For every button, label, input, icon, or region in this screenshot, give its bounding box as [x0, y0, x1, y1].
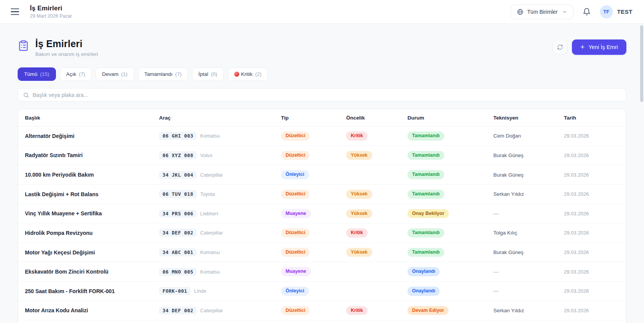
- work-order-row[interactable]: Vinç Yıllık Muayene + Sertifika34 PRS 00…: [18, 204, 626, 223]
- refresh-button[interactable]: [553, 40, 567, 54]
- order-technician: Serkan Yıldız: [490, 184, 561, 204]
- globe-icon: [517, 8, 524, 15]
- work-order-row[interactable]: 250 Saat Bakım - Forklift FORK-001FORK-0…: [18, 282, 626, 301]
- user-menu[interactable]: TF TEST: [600, 5, 632, 18]
- scrollbar-thumb[interactable]: [640, 25, 643, 102]
- search-input[interactable]: [33, 92, 621, 98]
- page-subtitle: Bakım ve onarım iş emirleri: [35, 51, 98, 57]
- vehicle-brand: Komatsu: [200, 249, 220, 255]
- filter-chip-label: Devam: [102, 71, 118, 77]
- topbar-title: İş Emirleri: [30, 5, 72, 12]
- column-header-arac: Araç: [156, 109, 278, 126]
- filter-chips: Tümü(15)Açık(7)Devam(1)Tamamlandı(7)İpta…: [18, 67, 626, 81]
- work-order-row[interactable]: Motor Yağı Keçesi Değişimi34 ABC 001Koma…: [18, 243, 626, 262]
- order-type-cell: Önleyici: [278, 282, 343, 301]
- filter-chip-label: Tamamlandı: [145, 71, 173, 77]
- filter-chip-count: (7): [175, 71, 182, 77]
- type-badge: Düzeltici: [281, 306, 310, 315]
- order-status-cell: Tamamlandı: [404, 165, 490, 185]
- order-status-cell: Devam Ediyor: [404, 301, 490, 320]
- vehicle-brand: Caterpillar: [200, 230, 223, 236]
- column-header-tip: Tip: [278, 109, 343, 126]
- order-title: Motor Yağı Keçesi Değişimi: [18, 243, 156, 262]
- order-vehicle-cell: 06 TUV 018Toyota: [156, 184, 278, 204]
- status-badge: Tamamlandı: [407, 170, 444, 179]
- work-order-row[interactable]: Hidrolik Pompa Revizyonu34 DEF 002Caterp…: [18, 223, 626, 243]
- order-vehicle-cell: 06 GHI 003Komatsu: [156, 126, 278, 146]
- column-header-oncelik: Öncelik: [343, 109, 404, 126]
- filter-chip-tumu[interactable]: Tümü(15): [18, 67, 56, 81]
- vehicle-plate-badge: FORK-001: [159, 287, 191, 295]
- order-priority-cell: [343, 282, 404, 301]
- vehicle-brand: Komatsu: [200, 269, 220, 275]
- order-status-cell: Onaylandı: [404, 262, 490, 282]
- order-priority-cell: Kritik: [343, 126, 404, 146]
- priority-badge: Yüksek: [346, 151, 372, 160]
- order-title: 250 Saat Bakım - Forklift FORK-001: [18, 282, 156, 301]
- chevron-down-icon: [562, 9, 567, 15]
- work-order-row[interactable]: Alternatör Değişimi06 GHI 003KomatsuDüze…: [18, 126, 626, 146]
- order-status-cell: Onay Bekliyor: [404, 204, 490, 223]
- filter-chip-acik[interactable]: Açık(7): [60, 67, 92, 81]
- column-header-teknisyen: Teknisyen: [490, 109, 561, 126]
- work-order-row[interactable]: Motor Arıza Kodu Analizi34 DEF 002Caterp…: [18, 301, 626, 320]
- order-priority-cell: Yüksek: [343, 184, 404, 204]
- order-priority-cell: Yüksek: [343, 243, 404, 262]
- menu-hamburger-icon[interactable]: [11, 7, 20, 17]
- work-orders-tbody: Alternatör Değişimi06 GHI 003KomatsuDüze…: [18, 126, 626, 323]
- vehicle-brand: Liebherr: [200, 211, 219, 216]
- filter-chip-count: (7): [79, 71, 85, 77]
- filter-chip-devam[interactable]: Devam(1): [95, 67, 134, 81]
- type-badge: Önleyici: [281, 170, 309, 179]
- order-type-cell: Düzeltici: [278, 184, 343, 204]
- order-date: 29.03.2026: [561, 165, 626, 185]
- unit-selector-dropdown[interactable]: Tüm Birimler: [511, 5, 573, 19]
- status-badge: Tamamlandı: [407, 190, 444, 199]
- order-title: Motor Arıza Kodu Analizi: [18, 301, 156, 320]
- work-order-row[interactable]: 10.000 km Periyodik Bakım34 JKL 004Cater…: [18, 165, 626, 185]
- order-technician: —: [490, 282, 561, 301]
- order-priority-cell: Kritik: [343, 301, 404, 320]
- order-type-cell: Düzeltici: [278, 243, 343, 262]
- filter-chip-kritik[interactable]: Kritik(2): [228, 67, 268, 81]
- order-type-cell: Düzeltici: [278, 301, 343, 320]
- order-technician: Tolga Kılıç: [490, 223, 561, 243]
- notifications-bell-icon[interactable]: [583, 8, 591, 16]
- order-type-cell: Muayene: [278, 262, 343, 282]
- status-badge: Tamamlandı: [407, 248, 444, 257]
- work-order-row[interactable]: Ekskavatör Bom Zinciri Kontrolü06 MNO 00…: [18, 262, 626, 282]
- vehicle-brand: Komatsu: [200, 133, 220, 139]
- critical-red-dot-icon: [234, 72, 239, 77]
- filter-chip-i-ptal[interactable]: İptal(0): [192, 67, 224, 81]
- filter-chip-count: (15): [40, 71, 49, 77]
- order-date: 29.03.2026: [561, 282, 626, 301]
- order-date: 29.03.2026: [561, 301, 626, 320]
- order-title: Vinç Yıllık Muayene + Sertifika: [18, 204, 156, 223]
- order-title: Alternatör Değişimi: [18, 126, 156, 146]
- avatar: TF: [600, 5, 613, 18]
- vehicle-plate-badge: 06 MNO 005: [159, 268, 197, 276]
- priority-badge: Yüksek: [346, 209, 372, 218]
- order-technician: Tolga Kılıç: [490, 320, 561, 323]
- order-title: Lastik Değişimi + Rot Balans: [18, 184, 156, 204]
- vehicle-plate-badge: 34 PRS 006: [159, 210, 197, 218]
- order-technician: Burak Güneş: [490, 146, 561, 165]
- search-icon: [23, 92, 29, 98]
- window-scrollbar[interactable]: [640, 0, 643, 323]
- topbar: İş Emirleri 29 Mart 2026 Pazar Tüm Birim…: [0, 0, 644, 24]
- unit-selector-label: Tüm Birimler: [527, 9, 557, 15]
- filter-chip-tamamlandi[interactable]: Tamamlandı(7): [138, 67, 188, 81]
- vehicle-brand: Volvo: [200, 152, 212, 158]
- search-bar[interactable]: [18, 88, 626, 102]
- vehicle-plate-badge: 34 ABC 001: [159, 248, 197, 256]
- order-status-cell: Tamamlandı: [404, 126, 490, 146]
- new-work-order-button[interactable]: + Yeni İş Emri: [572, 39, 626, 55]
- page-title: İş Emirleri: [35, 38, 98, 49]
- order-technician: Cem Doğan: [490, 126, 561, 146]
- order-technician: Serkan Yıldız: [490, 301, 561, 320]
- order-technician: Burak Güneş: [490, 165, 561, 185]
- work-order-row[interactable]: Yıllık Genel Bakım + Muayene Hazırlığı34…: [18, 320, 626, 323]
- order-date: 29.03.2026: [561, 184, 626, 204]
- work-order-row[interactable]: Radyatör Sızıntı Tamiri06 XYZ 008VolvoDü…: [18, 146, 626, 165]
- work-order-row[interactable]: Lastik Değişimi + Rot Balans06 TUV 018To…: [18, 184, 626, 204]
